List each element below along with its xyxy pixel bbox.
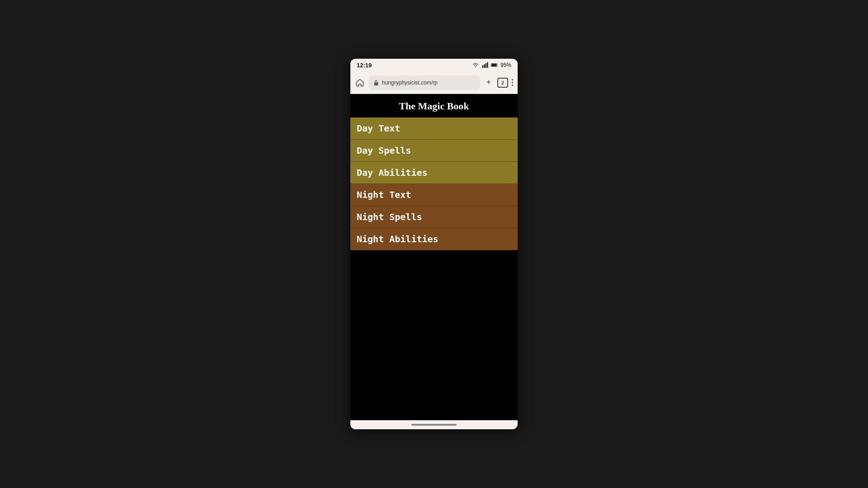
menu-dot-1 <box>512 79 513 80</box>
page-title: The Magic Book <box>350 94 518 117</box>
day-abilities-button[interactable]: Day Abilities <box>350 162 518 184</box>
browser-menu-button[interactable] <box>512 79 513 86</box>
browser-chrome: hungryphysicist.com/rp + 2 <box>350 71 518 94</box>
menu-list: Day Text Day Spells Day Abilities Night … <box>350 117 518 250</box>
new-tab-button[interactable]: + <box>484 78 494 88</box>
svg-rect-0 <box>482 66 483 68</box>
phone-frame: 12:19 95% <box>350 59 518 429</box>
home-gesture-bar <box>411 424 457 426</box>
day-text-button[interactable]: Day Text <box>350 117 518 140</box>
wifi-icon <box>472 62 479 68</box>
svg-rect-3 <box>487 62 488 68</box>
signal-icon <box>481 62 489 68</box>
browser-actions: + 2 <box>484 78 513 88</box>
status-icons: 95% <box>472 62 511 68</box>
day-spells-button[interactable]: Day Spells <box>350 140 518 162</box>
address-bar[interactable]: hungryphysicist.com/rp <box>368 75 480 90</box>
status-time: 12:19 <box>357 62 372 69</box>
svg-rect-6 <box>374 82 378 85</box>
tab-count[interactable]: 2 <box>497 78 508 88</box>
battery-icon <box>491 62 498 68</box>
status-bar: 12:19 95% <box>350 59 518 71</box>
lock-icon <box>373 80 379 86</box>
night-text-button[interactable]: Night Text <box>350 184 518 206</box>
svg-rect-5 <box>491 64 496 66</box>
menu-dot-3 <box>512 84 513 86</box>
bottom-bar <box>350 420 518 429</box>
url-text: hungryphysicist.com/rp <box>382 80 438 86</box>
svg-rect-1 <box>484 64 485 68</box>
night-spells-button[interactable]: Night Spells <box>350 206 518 228</box>
home-button[interactable] <box>355 78 365 88</box>
svg-rect-2 <box>486 63 486 68</box>
battery-percent: 95% <box>500 62 511 68</box>
menu-dot-2 <box>512 82 513 83</box>
page-content: The Magic Book Day Text Day Spells Day A… <box>350 94 518 420</box>
night-abilities-button[interactable]: Night Abilities <box>350 228 518 250</box>
